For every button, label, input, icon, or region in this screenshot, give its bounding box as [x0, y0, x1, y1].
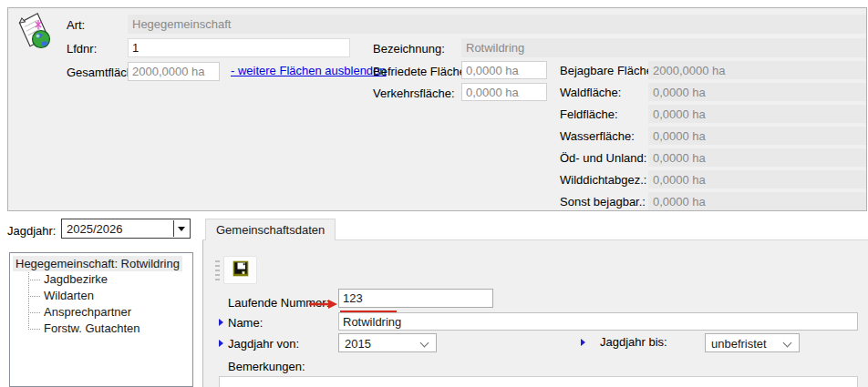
bezeichnung-field: Rotwildring — [461, 38, 866, 57]
save-button[interactable] — [223, 256, 257, 284]
lfdnr-input[interactable] — [128, 38, 350, 57]
weitere-flaechen-link[interactable]: - weitere Flächen ausblenden — [231, 64, 387, 77]
name-input[interactable] — [338, 312, 858, 331]
wasserflaeche-field: 0,0000 ha — [648, 127, 866, 145]
waldflaeche-field: 0,0000 ha — [648, 83, 866, 101]
jagdjahr-dropdown-button[interactable] — [173, 220, 189, 237]
tab-gemeinschaftsdaten[interactable]: Gemeinschaftsdaten — [205, 219, 336, 240]
field-marker-icon — [219, 319, 223, 326]
bemerkungen-label: Bemerkungen: — [228, 360, 305, 373]
tree-item-ansprechpartner[interactable]: Ansprechpartner — [10, 304, 192, 321]
jagdjahr-von-label: Jagdjahr von: — [228, 337, 299, 351]
sonst-bejagbar-field: 0,0000 ha — [648, 192, 866, 210]
lfdnr-label: Lfdnr: — [67, 42, 97, 56]
tree-item-hegegemeinschaft[interactable]: Hegegemeinschaft: Rotwildring — [13, 256, 182, 271]
feldflaeche-label: Feldfläche: — [560, 107, 618, 121]
bemerkungen-textarea[interactable] — [219, 376, 858, 387]
waldflaeche-label: Waldfläche: — [560, 86, 621, 99]
jagdjahr-von-dropdown[interactable]: 2015 — [338, 333, 437, 352]
jagdjahr-bis-value: unbefristet — [711, 337, 767, 351]
name-label: Name: — [228, 316, 263, 330]
oed-und-unland-label: Öd- und Unland: — [560, 151, 646, 165]
verkehrsflaeche-label: Verkehrsfläche: — [373, 87, 455, 100]
oed-und-unland-field: 0,0000 ha — [648, 148, 866, 167]
field-marker-icon — [219, 340, 223, 347]
tree-item-jagdbezirke[interactable]: Jagdbezirke — [10, 271, 192, 288]
befriedete-flaeche-input[interactable] — [461, 61, 547, 79]
bezeichnung-label: Bezeichnung: — [373, 42, 445, 56]
feldflaeche-field: 0,0000 ha — [648, 105, 866, 123]
chevron-down-icon — [783, 339, 792, 348]
tree-item-wildarten[interactable]: Wildarten — [10, 288, 192, 304]
art-label: Art: — [67, 18, 85, 32]
field-marker-icon — [581, 339, 585, 346]
tab-label: Gemeinschaftsdaten — [216, 223, 325, 237]
chevron-down-icon — [420, 339, 429, 348]
document-globe-icon — [14, 12, 56, 55]
art-field: Hegegemeinschaft — [128, 15, 866, 34]
jagdjahr-bis-label: Jagdjahr bis: — [600, 335, 667, 349]
wilddichtabgez-label: Wilddichtabgez.: — [560, 173, 646, 187]
master-data-panel: Art: Hegegemeinschaft Lfdnr: Gesamtfläch… — [7, 7, 867, 211]
floppy-disk-icon — [232, 260, 250, 280]
jagdjahr-dropdown-value: 2025/2026 — [67, 222, 122, 236]
jagdjahr-dropdown[interactable]: 2025/2026 — [61, 219, 191, 239]
navigation-tree: Hegegemeinschaft: Rotwildring Jagdbezirk… — [9, 252, 193, 387]
annotation-arrow-icon — [308, 299, 338, 312]
jagdjahr-label: Jagdjahr: — [7, 224, 56, 238]
sonst-bejagbar-label: Sonst bejagbar.: — [560, 195, 646, 209]
toolbar-grip-handle[interactable] — [215, 260, 220, 280]
bejagbare-flaeche-label: Bejagbare Fläche: — [560, 64, 656, 77]
laufende-nummer-input[interactable] — [338, 289, 493, 308]
befriedete-flaeche-label: Befriedete Fläche: — [373, 65, 470, 78]
wilddichtabgez-field: 0,0000 ha — [648, 170, 866, 188]
tree-item-forstw-gutachten[interactable]: Forstw. Gutachten — [10, 321, 192, 337]
caret-down-icon — [178, 227, 185, 231]
gesamtflaeche-input[interactable] — [128, 62, 220, 81]
jagdjahr-bis-dropdown[interactable]: unbefristet — [705, 333, 800, 352]
jagdjahr-von-value: 2015 — [345, 337, 371, 351]
verkehrsflaeche-input[interactable] — [461, 83, 547, 101]
bejagbare-flaeche-field: 2000,0000 ha — [648, 61, 866, 79]
wasserflaeche-label: Wasserfläche: — [560, 129, 635, 143]
